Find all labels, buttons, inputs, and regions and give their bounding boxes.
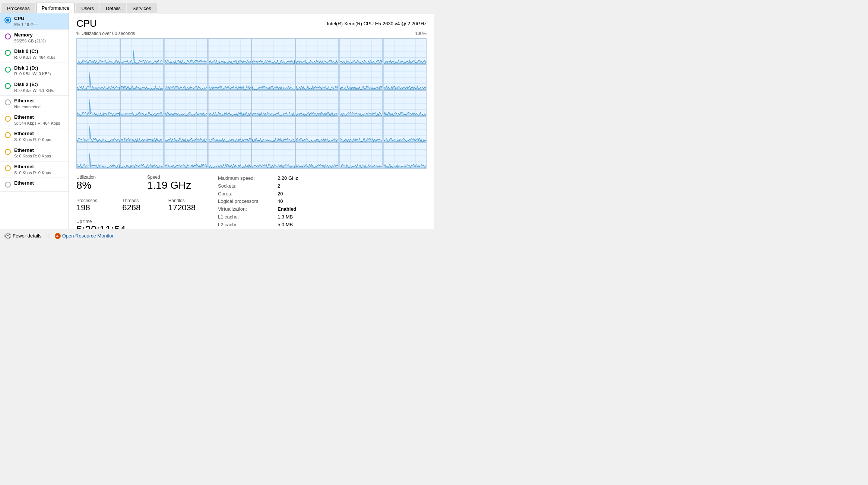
- ethernet-nc-detail: Not connected: [14, 104, 64, 109]
- cpu-cell-30: [339, 117, 383, 142]
- virt-row: Virtualization: Enabled: [218, 205, 359, 213]
- memory-name: Memory: [14, 32, 64, 38]
- max-speed-val: 2.20 GHz: [278, 175, 298, 182]
- ethernet3-detail: S: 0 Kbps R: 0 Kbps: [14, 153, 64, 159]
- right-panel: CPU Intel(R) Xeon(R) CPU E5-2630 v4 @ 2.…: [69, 13, 434, 229]
- logical-row: Logical processors: 40: [218, 198, 359, 205]
- cpu-header: CPU Intel(R) Xeon(R) CPU E5-2630 v4 @ 2.…: [76, 18, 427, 29]
- ethernet1-name: Ethernet: [14, 114, 64, 121]
- tab-services[interactable]: Services: [127, 3, 157, 13]
- bottom-bar: Fewer details | Open Resource Monitor: [0, 229, 434, 242]
- cpu-cell-23: [383, 91, 427, 116]
- cpu-grid: [76, 38, 427, 169]
- svg-point-7: [5, 116, 10, 121]
- sidebar-item-disk1[interactable]: Disk 1 (D:) R: 0 KB/s W: 0 KB/s: [0, 63, 69, 79]
- cpu-cell-7: [383, 39, 427, 64]
- cpu-title: CPU: [76, 18, 97, 29]
- l2-val: 5.0 MB: [278, 221, 293, 229]
- handles-stat: Handles 172038: [168, 198, 210, 212]
- cpu-cell-37: [296, 143, 339, 168]
- sockets-row: Sockets: 2: [218, 182, 359, 190]
- percent-100-label: 100%: [415, 31, 427, 38]
- cpu-model: Intel(R) Xeon(R) CPU E5-2630 v4 @ 2.20GH…: [327, 21, 427, 26]
- ethernet1-detail: S: 344 Kbps R: 464 Kbps: [14, 121, 64, 126]
- cpu-cell-6: [339, 39, 383, 64]
- tab-processes[interactable]: Processes: [1, 3, 35, 13]
- svg-point-9: [5, 149, 10, 154]
- cpu-cell-36: [252, 143, 295, 168]
- ethernet4-name: Ethernet: [14, 164, 64, 170]
- threads-value: 6268: [122, 203, 164, 212]
- cpu-cell-21: [296, 91, 339, 116]
- cpu-cell-31: [383, 117, 427, 142]
- speed-label: Speed: [147, 175, 210, 180]
- cpu-cell-22: [339, 91, 383, 116]
- ethernet-nc-name: Ethernet: [14, 98, 64, 104]
- handles-value: 172038: [168, 203, 210, 212]
- sidebar-item-disk0[interactable]: Disk 0 (C:) R: 0 KB/s W: 464 KB/s: [0, 46, 69, 63]
- processes-value: 198: [76, 203, 118, 212]
- cores-row: Cores: 20: [218, 190, 359, 198]
- cpu-cell-2: [164, 39, 208, 64]
- sidebar-item-ethernet2[interactable]: Ethernet S: 0 Kbps R: 0 Kbps: [0, 128, 69, 145]
- cpu-cell-16: [77, 91, 120, 116]
- virt-val: Enabled: [278, 205, 297, 213]
- ethernet-nc-icon: [4, 99, 11, 107]
- ethernet4-detail: S: 0 Kbps R: 0 Kbps: [14, 170, 64, 175]
- fewer-details-label: Fewer details: [13, 233, 41, 239]
- ethernet3-icon: [4, 149, 11, 156]
- processes-stat: Processes 198: [76, 198, 118, 212]
- sidebar: CPU 8% 1.19 GHz Memory 55/256 GB (21%): [0, 13, 69, 229]
- l1-val: 1.3 MB: [278, 213, 293, 221]
- cpu-cell-13: [296, 65, 339, 90]
- uptime-stat: Up time 5:20:11:54: [76, 219, 210, 229]
- separator: |: [47, 233, 48, 239]
- uptime-value: 5:20:11:54: [76, 224, 210, 229]
- utilization-label-sm: Utilization: [76, 175, 140, 180]
- logical-val: 40: [278, 198, 283, 205]
- cpu-cell-26: [164, 117, 208, 142]
- cpu-cell-25: [121, 117, 164, 142]
- utilization-label: % Utilization over 60 seconds: [76, 31, 135, 36]
- handles-label: Handles: [168, 198, 210, 203]
- svg-point-10: [5, 166, 10, 171]
- sidebar-item-ethernet-nc[interactable]: Ethernet Not connected: [0, 96, 69, 112]
- tab-users[interactable]: Users: [76, 3, 99, 13]
- tab-details[interactable]: Details: [100, 3, 126, 13]
- open-resource-monitor-button[interactable]: Open Resource Monitor: [55, 233, 114, 239]
- disk0-name: Disk 0 (C:): [14, 48, 64, 55]
- cpu-cell-0: [77, 39, 120, 64]
- sidebar-item-ethernet4[interactable]: Ethernet S: 0 Kbps R: 0 Kbps: [0, 162, 69, 178]
- cpu-cell-5: [296, 39, 339, 64]
- sidebar-item-disk2[interactable]: Disk 2 (E:) R: 0 KB/s W: 4.1 KB/s: [0, 79, 69, 96]
- ethernet5-name: Ethernet: [14, 180, 64, 186]
- svg-point-3: [5, 50, 10, 55]
- cpu-cell-1: [121, 39, 164, 64]
- disk2-name: Disk 2 (E:): [14, 82, 64, 88]
- sockets-val: 2: [278, 182, 280, 190]
- sidebar-item-memory[interactable]: Memory 55/256 GB (21%): [0, 30, 69, 46]
- cpu-cell-38: [339, 143, 383, 168]
- cpu-cell-39: [383, 143, 427, 168]
- cores-val: 20: [278, 190, 283, 198]
- ethernet2-name: Ethernet: [14, 131, 64, 137]
- l1-key: L1 cache:: [218, 213, 278, 221]
- logical-key: Logical processors:: [218, 198, 278, 205]
- sidebar-item-cpu[interactable]: CPU 8% 1.19 GHz: [0, 13, 69, 30]
- svg-point-2: [5, 34, 10, 39]
- sockets-key: Sockets:: [218, 182, 278, 190]
- sidebar-scroll[interactable]: CPU 8% 1.19 GHz Memory 55/256 GB (21%): [0, 13, 69, 229]
- sidebar-item-ethernet1[interactable]: Ethernet S: 344 Kbps R: 464 Kbps: [0, 112, 69, 128]
- sidebar-item-ethernet3[interactable]: Ethernet S: 0 Kbps R: 0 Kbps: [0, 145, 69, 162]
- fewer-details-button[interactable]: Fewer details: [4, 233, 41, 239]
- tab-performance[interactable]: Performance: [36, 3, 75, 13]
- cpu-cell-9: [121, 65, 164, 90]
- utilization-value: 8%: [76, 180, 140, 191]
- sidebar-item-ethernet5[interactable]: Ethernet: [0, 178, 69, 192]
- max-speed-key: Maximum speed:: [218, 175, 278, 182]
- cpu-cell-15: [383, 65, 427, 90]
- disk0-icon: [4, 50, 11, 57]
- cpu-cell-14: [339, 65, 383, 90]
- stats-row: Utilization 8% Speed 1.19 GHz Processes …: [76, 175, 427, 229]
- memory-icon: [4, 33, 11, 41]
